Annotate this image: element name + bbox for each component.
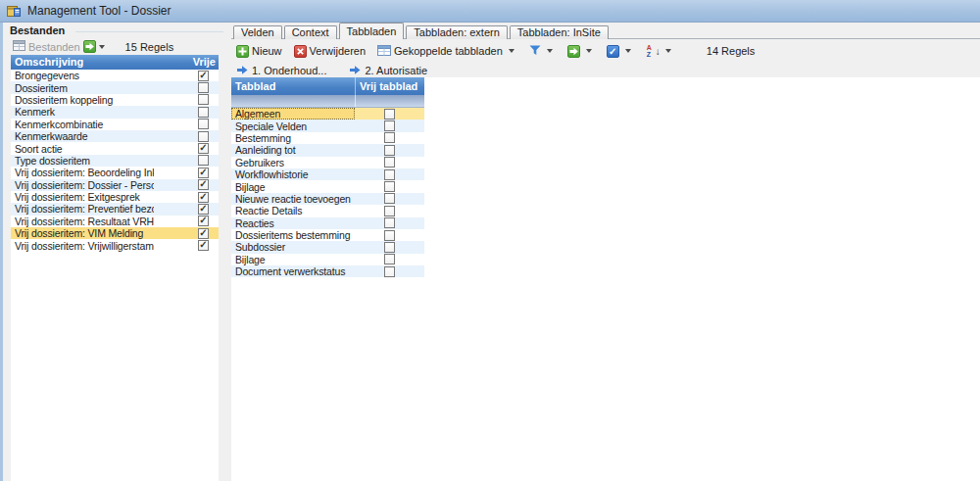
green-arrow-dropdown-caret: [586, 49, 592, 53]
tab-tabbladen[interactable]: Tabbladen: [339, 23, 405, 39]
row-checkbox-cell: [154, 107, 219, 118]
table-row[interactable]: Bijlage: [231, 180, 424, 192]
row-checkbox[interactable]: [384, 181, 395, 192]
row-checkbox[interactable]: [384, 169, 395, 180]
table-row[interactable]: Speciale Velden: [231, 120, 424, 131]
row-label: Kenmerkwaarde: [11, 130, 154, 142]
row-label: Vrij dossieritem: Resultaat VRH: [11, 216, 154, 227]
row-checkbox[interactable]: [384, 254, 395, 265]
step-link[interactable]: 2. Autorisatie: [350, 65, 427, 76]
column-header-omschrijving[interactable]: Omschrijving: [11, 55, 157, 70]
row-checkbox[interactable]: [384, 120, 395, 131]
filter-button[interactable]: [526, 44, 559, 59]
row-checkbox[interactable]: [198, 192, 209, 203]
row-checkbox[interactable]: [198, 119, 209, 129]
tab-velden[interactable]: Velden: [233, 25, 282, 39]
table-row[interactable]: Workflowhistorie: [231, 168, 424, 180]
bestanden-button[interactable]: Bestanden: [10, 38, 83, 55]
title-bar[interactable]: Management Tool - Dossier: [0, 0, 980, 23]
row-label: Vrij dossieritem: Beoordeling Inkooprela…: [11, 167, 154, 178]
table-row[interactable]: Nieuwe reactie toevoegen: [231, 193, 424, 205]
table-row[interactable]: Subdossier: [231, 241, 424, 253]
tab-context[interactable]: Context: [284, 25, 337, 39]
table-row[interactable]: Vrij dossieritem: Beoordeling Inkooprela…: [11, 167, 219, 178]
go-arrow-dropdown-caret[interactable]: [99, 45, 105, 49]
table-row[interactable]: Kenmerk: [11, 106, 219, 118]
row-checkbox[interactable]: [198, 94, 209, 105]
row-checkbox[interactable]: [198, 216, 209, 226]
row-checkbox[interactable]: [384, 109, 395, 120]
table-row[interactable]: Dossieritem koppeling: [11, 94, 219, 106]
row-checkbox[interactable]: [198, 240, 209, 251]
row-checkbox[interactable]: [384, 242, 395, 253]
row-checkbox[interactable]: [384, 206, 395, 216]
row-checkbox[interactable]: [384, 193, 395, 204]
right-table-header: Tabblad Vrij tabblad: [231, 77, 424, 95]
column-header-vrije-velden[interactable]: Vrije velden: [157, 55, 219, 70]
column-header-tabblad[interactable]: Tabblad: [231, 77, 355, 95]
blue-arrow-icon: [237, 66, 248, 74]
row-checkbox[interactable]: [198, 179, 209, 190]
row-checkbox[interactable]: [198, 131, 209, 142]
filter-row[interactable]: [231, 95, 424, 108]
verwijderen-button[interactable]: Verwijderen: [291, 44, 368, 59]
row-checkbox-cell: [355, 242, 424, 253]
row-label: Kenmerkcombinatie: [11, 119, 154, 130]
tab-tabbladen-extern[interactable]: Tabbladen: extern: [406, 25, 507, 39]
nieuw-button[interactable]: Nieuw: [233, 44, 285, 59]
sort-button[interactable]: AZ↓: [643, 44, 677, 59]
bestanden-panel: Bestanden Bestanden: [3, 23, 231, 481]
table-row[interactable]: Soort actie: [11, 142, 219, 154]
table-row[interactable]: Bestemming: [231, 132, 424, 144]
go-arrow-button[interactable]: [83, 40, 96, 53]
row-checkbox[interactable]: [198, 168, 209, 178]
row-checkbox[interactable]: [384, 132, 395, 143]
row-checkbox[interactable]: [384, 157, 395, 168]
table-row[interactable]: Vrij dossieritem: Preventief bezoek bedr…: [11, 203, 219, 215]
table-row[interactable]: Reactie Details: [231, 205, 424, 216]
table-row[interactable]: Bijlage: [231, 254, 424, 265]
row-checkbox[interactable]: [198, 82, 209, 93]
row-label: Document verwerkstatus: [231, 265, 355, 277]
step-link[interactable]: 1. Onderhoud...: [237, 65, 326, 76]
table-row[interactable]: Document verwerkstatus: [231, 265, 424, 277]
row-label: Kenmerk: [11, 106, 154, 118]
row-checkbox[interactable]: [384, 217, 395, 228]
table-row[interactable]: Dossieritems bestemming: [231, 229, 424, 241]
row-checkbox[interactable]: [384, 266, 395, 277]
table-row[interactable]: Brongegevens: [11, 70, 219, 81]
row-checkbox[interactable]: [384, 230, 395, 241]
table-row[interactable]: Vrij dossieritem: Resultaat VRH: [11, 216, 219, 227]
row-checkbox[interactable]: [198, 204, 209, 215]
table-row[interactable]: Aanleiding tot: [231, 144, 424, 156]
select-checkbox-button[interactable]: ✓: [604, 44, 637, 59]
table-row[interactable]: Kenmerkwaarde: [11, 130, 219, 142]
table-row[interactable]: Gebruikers: [231, 157, 424, 168]
row-checkbox-cell: [355, 266, 424, 277]
column-header-vrij-tabblad[interactable]: Vrij tabblad: [355, 77, 424, 95]
table-row[interactable]: Kenmerkcombinatie: [11, 119, 219, 130]
table-row[interactable]: Vrij dossieritem: VIM Melding: [11, 227, 219, 239]
table-row[interactable]: Reacties: [231, 217, 424, 229]
group-divider: [75, 31, 223, 32]
row-checkbox[interactable]: [198, 155, 209, 166]
table-row[interactable]: Dossieritem: [11, 81, 219, 93]
row-checkbox[interactable]: [198, 71, 209, 81]
row-label: Vrij dossieritem: VIM Melding: [11, 227, 154, 239]
table-row[interactable]: Algemeen: [231, 108, 424, 120]
gekoppelde-tabbladen-button[interactable]: Gekoppelde tabbladen: [374, 43, 520, 60]
table-row[interactable]: Type dossieritem: [11, 155, 219, 167]
row-checkbox[interactable]: [384, 145, 395, 156]
row-checkbox-cell: [355, 230, 424, 241]
tab-tabbladen-insite[interactable]: Tabbladen: InSite: [510, 25, 609, 39]
row-checkbox[interactable]: [198, 107, 209, 118]
filter-cell-vrij-tabblad[interactable]: [355, 95, 424, 107]
row-checkbox[interactable]: [198, 143, 209, 154]
filter-cell-tabblad[interactable]: [231, 95, 355, 107]
table-row[interactable]: Vrij dossieritem: Exitgesprek: [11, 191, 219, 203]
table-row[interactable]: Vrij dossieritem: Vrijwilligerstamgegeve…: [11, 239, 219, 251]
window-body: Bestanden Bestanden: [0, 23, 980, 481]
row-checkbox[interactable]: [198, 228, 209, 239]
table-row[interactable]: Vrij dossieritem: Dossier - Personalia: [11, 179, 219, 191]
go-arrow-button-right[interactable]: [564, 44, 598, 59]
